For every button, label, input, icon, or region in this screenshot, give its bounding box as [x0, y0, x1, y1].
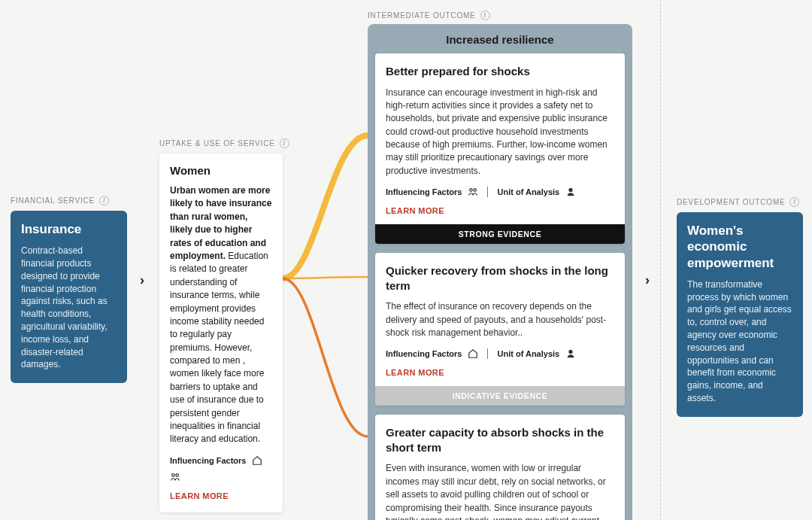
outcome-factors-row: Influencing Factors Unit of Analysis	[386, 348, 614, 359]
learn-more-link[interactable]: LEARN MORE	[386, 206, 444, 215]
intermediate-outcome-group: Increased resilience Better prepared for…	[368, 24, 632, 520]
uptake-card[interactable]: Women Urban women are more likely to hav…	[159, 154, 283, 512]
uptake-rest: Education is related to greater understa…	[170, 251, 268, 444]
evidence-badge: INDICATIVE EVIDENCE	[375, 386, 625, 406]
svg-point-0	[172, 473, 175, 476]
outcome-body: Insurance can encourage investment in hi…	[386, 87, 614, 178]
outcome-card[interactable]: Better prepared for shocks Insurance can…	[375, 53, 625, 244]
outcome-title: Greater capacity to absorb shocks in the…	[386, 425, 614, 455]
divider	[487, 348, 488, 359]
learn-more-link[interactable]: LEARN MORE	[170, 491, 229, 500]
svg-point-1	[176, 473, 179, 476]
people-icon	[170, 472, 180, 482]
financial-service-label-text: FINANCIAL SERVICE	[11, 196, 95, 205]
svg-point-3	[474, 189, 477, 192]
svg-point-2	[470, 189, 473, 192]
influencing-factors-label: Influencing Factors	[386, 349, 462, 358]
development-outcome-card[interactable]: Women's economic empowerment The transfo…	[677, 212, 803, 417]
development-outcome-body: The transformative process by which wome…	[687, 278, 792, 405]
development-outcome-label: DEVELOPMENT OUTCOME i	[677, 197, 799, 207]
evidence-badge: STRONG EVIDENCE	[375, 224, 625, 244]
stage-divider	[660, 0, 661, 520]
house-icon	[252, 455, 262, 466]
influencing-factors-label: Influencing Factors	[386, 187, 462, 196]
uptake-title: Women	[170, 164, 272, 177]
financial-service-label: FINANCIAL SERVICE i	[11, 196, 109, 205]
outcome-title: Better prepared for shocks	[386, 64, 614, 79]
house-icon	[468, 348, 478, 359]
info-icon[interactable]: i	[480, 11, 490, 20]
unit-of-analysis-label: Unit of Analysis	[497, 187, 559, 196]
development-outcome-label-text: DEVELOPMENT OUTCOME	[677, 198, 785, 206]
chevron-right-icon: ›	[140, 272, 144, 288]
financial-service-card[interactable]: Insurance Contract-based financial produ…	[11, 211, 127, 383]
outcome-card[interactable]: Greater capacity to absorb shocks in the…	[375, 415, 625, 520]
chevron-right-icon: ›	[645, 272, 650, 288]
uptake-label-text: UPTAKE & USE OF SERVICE	[159, 139, 275, 147]
info-icon[interactable]: i	[99, 196, 109, 205]
outcome-card[interactable]: Quicker recovery from shocks in the long…	[375, 253, 625, 406]
influencing-factors-label: Influencing Factors	[170, 456, 246, 465]
financial-service-body: Contract-based financial products design…	[21, 245, 117, 371]
people-icon	[468, 187, 478, 197]
info-icon[interactable]: i	[789, 197, 799, 207]
intermediate-header: Increased resilience	[368, 24, 632, 53]
info-icon[interactable]: i	[280, 138, 289, 148]
influencing-factors-row: Influencing Factors	[170, 455, 272, 482]
svg-point-5	[569, 350, 573, 354]
financial-service-title: Insurance	[21, 221, 117, 237]
outcome-body: The effect of insurance on recovery depe…	[386, 300, 614, 339]
intermediate-label: INTERMEDIATE OUTCOME i	[368, 11, 490, 20]
uptake-body: Urban women are more likely to have insu…	[170, 184, 272, 446]
unit-of-analysis-label: Unit of Analysis	[497, 349, 559, 358]
outcome-body: Even with insurance, women with low or i…	[386, 462, 614, 520]
outcome-factors-row: Influencing Factors Unit of Analysis	[386, 187, 614, 197]
person-icon	[565, 187, 576, 197]
divider	[487, 187, 488, 197]
uptake-label: UPTAKE & USE OF SERVICE i	[159, 138, 289, 148]
intermediate-label-text: INTERMEDIATE OUTCOME	[368, 11, 476, 20]
svg-point-4	[569, 188, 573, 192]
uptake-bold: Urban women are more likely to have insu…	[170, 185, 271, 261]
outcome-title: Quicker recovery from shocks in the long…	[386, 263, 614, 293]
learn-more-link[interactable]: LEARN MORE	[386, 368, 444, 377]
development-outcome-title: Women's economic empowerment	[687, 223, 792, 271]
person-icon	[565, 348, 576, 359]
